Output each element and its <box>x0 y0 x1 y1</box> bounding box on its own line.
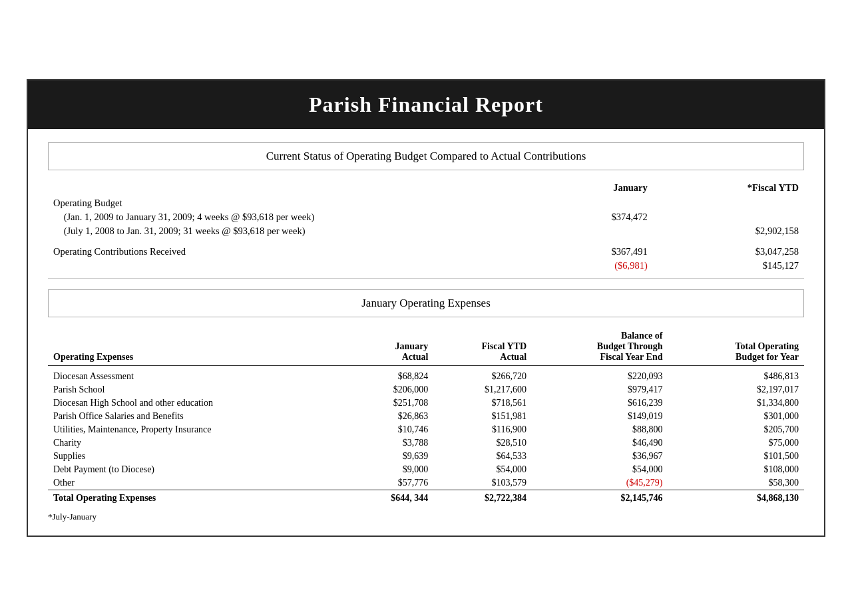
expenses-cell-4-2: $116,900 <box>433 423 532 436</box>
expenses-cell-2-3: $616,239 <box>532 396 668 410</box>
expenses-cell-8-1: $57,776 <box>335 476 434 490</box>
expenses-total-bal: $2,145,746 <box>532 490 668 505</box>
expenses-cell-3-1: $26,863 <box>335 410 434 423</box>
expenses-cell-3-2: $151,981 <box>433 410 532 423</box>
section2-title: January Operating Expenses <box>62 297 790 310</box>
expenses-table: Operating Expenses JanuaryActual Fiscal … <box>48 328 804 505</box>
expenses-cell-4-1: $10,746 <box>335 423 434 436</box>
expenses-cell-7-1: $9,000 <box>335 463 434 476</box>
expenses-row-8: Other$57,776$103,579($45,279)$58,300 <box>48 476 804 490</box>
budget-sub2-jan <box>502 224 653 238</box>
expenses-cell-7-4: $108,000 <box>668 463 805 476</box>
expenses-cell-5-4: $75,000 <box>668 436 805 450</box>
budget-sub1-jan: $374,472 <box>502 210 653 224</box>
expenses-cell-0-4: $486,813 <box>668 370 805 383</box>
expenses-cell-8-0: Other <box>48 476 335 490</box>
expenses-cell-4-0: Utilities, Maintenance, Property Insuran… <box>48 423 335 436</box>
expenses-col-ytd-header: Fiscal YTDActual <box>433 328 532 366</box>
expenses-cell-5-3: $46,490 <box>532 436 668 450</box>
expenses-cell-8-3: ($45,279) <box>532 476 668 490</box>
expenses-cell-2-2: $718,561 <box>433 396 532 410</box>
expenses-cell-1-2: $1,217,600 <box>433 383 532 396</box>
budget-sub2-label: (July 1, 2008 to Jan. 31, 2009; 31 weeks… <box>48 224 502 238</box>
expenses-col-bal-header: Balance ofBudget ThroughFiscal Year End <box>532 328 668 366</box>
budget-header-row: January *Fiscal YTD <box>48 181 804 196</box>
expenses-cell-3-0: Parish Office Salaries and Benefits <box>48 410 335 423</box>
expenses-row-7: Debt Payment (to Diocese)$9,000$54,000$5… <box>48 463 804 476</box>
expenses-cell-5-1: $3,788 <box>335 436 434 450</box>
expenses-cell-8-2: $103,579 <box>433 476 532 490</box>
expenses-cell-5-0: Charity <box>48 436 335 450</box>
expenses-cell-2-1: $251,708 <box>335 396 434 410</box>
expenses-col-label-header: Operating Expenses <box>48 328 335 366</box>
expenses-cell-2-4: $1,334,800 <box>668 396 805 410</box>
expenses-total-ytd: $2,722,384 <box>433 490 532 505</box>
budget-diff-jan: ($6,981) <box>502 259 653 273</box>
budget-col-ytd-header: *Fiscal YTD <box>653 181 804 196</box>
expenses-cell-5-2: $28,510 <box>433 436 532 450</box>
section-divider <box>48 278 804 279</box>
report-title: Parish Financial Report <box>41 92 811 117</box>
expenses-cell-0-3: $220,093 <box>532 370 668 383</box>
expenses-cell-6-3: $36,967 <box>532 450 668 463</box>
budget-row-operating-label: Operating Budget <box>48 196 804 210</box>
budget-diff-ytd: $145,127 <box>653 259 804 273</box>
expenses-cell-4-3: $88,800 <box>532 423 668 436</box>
expenses-cell-7-3: $54,000 <box>532 463 668 476</box>
budget-col-empty <box>48 181 502 196</box>
expenses-cell-1-3: $979,417 <box>532 383 668 396</box>
expenses-cell-0-0: Diocesan Assessment <box>48 370 335 383</box>
report-header: Parish Financial Report <box>28 80 824 129</box>
budget-row-spacer <box>48 238 804 245</box>
budget-row-sub1: (Jan. 1, 2009 to January 31, 2009; 4 wee… <box>48 210 804 224</box>
expenses-cell-3-3: $149,019 <box>532 410 668 423</box>
budget-col-jan-header: January <box>502 181 653 196</box>
budget-operating-label: Operating Budget <box>48 196 502 210</box>
budget-sub2-ytd: $2,902,158 <box>653 224 804 238</box>
expenses-cell-6-2: $64,533 <box>433 450 532 463</box>
budget-sub1-ytd <box>653 210 804 224</box>
report-container: Parish Financial Report Current Status o… <box>27 79 825 537</box>
expenses-total-row: Total Operating Expenses $644, 344 $2,72… <box>48 490 804 505</box>
expenses-row-5: Charity$3,788$28,510$46,490$75,000 <box>48 436 804 450</box>
expenses-cell-1-0: Parish School <box>48 383 335 396</box>
budget-sub1-label: (Jan. 1, 2009 to January 31, 2009; 4 wee… <box>48 210 502 224</box>
expenses-total-tot: $4,868,130 <box>668 490 805 505</box>
expenses-cell-1-1: $206,000 <box>335 383 434 396</box>
expenses-cell-0-1: $68,824 <box>335 370 434 383</box>
expenses-cell-0-2: $266,720 <box>433 370 532 383</box>
expenses-row-6: Supplies$9,639$64,533$36,967$101,500 <box>48 450 804 463</box>
budget-table: January *Fiscal YTD Operating Budget (Ja… <box>48 181 804 273</box>
budget-diff-label <box>48 259 502 273</box>
expenses-row-4: Utilities, Maintenance, Property Insuran… <box>48 423 804 436</box>
expenses-row-2: Diocesan High School and other education… <box>48 396 804 410</box>
section1-title: Current Status of Operating Budget Compa… <box>62 150 790 163</box>
expenses-cell-4-4: $205,700 <box>668 423 805 436</box>
footnote: *July-January <box>48 512 804 522</box>
expenses-header-row: Operating Expenses JanuaryActual Fiscal … <box>48 328 804 366</box>
expenses-cell-7-2: $54,000 <box>433 463 532 476</box>
expenses-cell-6-0: Supplies <box>48 450 335 463</box>
section1-box: Current Status of Operating Budget Compa… <box>48 142 804 170</box>
expenses-cell-2-0: Diocesan High School and other education <box>48 396 335 410</box>
budget-row-sub2: (July 1, 2008 to Jan. 31, 2009; 31 weeks… <box>48 224 804 238</box>
expenses-col-tot-header: Total OperatingBudget for Year <box>668 328 805 366</box>
budget-contributions-label: Operating Contributions Received <box>48 245 502 259</box>
expenses-cell-1-4: $2,197,017 <box>668 383 805 396</box>
expenses-row-0: Diocesan Assessment$68,824$266,720$220,0… <box>48 370 804 383</box>
expenses-cell-6-1: $9,639 <box>335 450 434 463</box>
expenses-cell-7-0: Debt Payment (to Diocese) <box>48 463 335 476</box>
expenses-col-jan-header: JanuaryActual <box>335 328 434 366</box>
expenses-total-label: Total Operating Expenses <box>48 490 335 505</box>
budget-row-diff: ($6,981) $145,127 <box>48 259 804 273</box>
expenses-row-3: Parish Office Salaries and Benefits$26,8… <box>48 410 804 423</box>
expenses-row-1: Parish School$206,000$1,217,600$979,417$… <box>48 383 804 396</box>
budget-row-contributions: Operating Contributions Received $367,49… <box>48 245 804 259</box>
budget-operating-jan <box>502 196 653 210</box>
budget-contributions-jan: $367,491 <box>502 245 653 259</box>
section2-box: January Operating Expenses <box>48 289 804 317</box>
report-body: Current Status of Operating Budget Compa… <box>28 129 824 536</box>
expenses-cell-3-4: $301,000 <box>668 410 805 423</box>
expenses-cell-8-4: $58,300 <box>668 476 805 490</box>
expenses-total-jan: $644, 344 <box>335 490 434 505</box>
